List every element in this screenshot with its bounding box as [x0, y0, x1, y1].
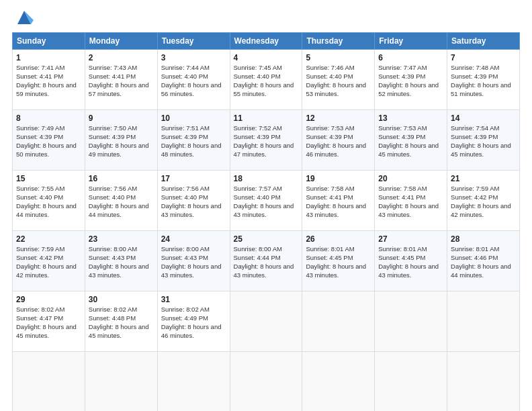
day-info: Sunrise: 7:44 AMSunset: 4:40 PMDaylight:…: [161, 64, 222, 97]
day-number: 12: [306, 113, 371, 124]
day-number: 21: [451, 173, 516, 184]
day-cell: 28Sunrise: 8:01 AMSunset: 4:46 PMDayligh…: [447, 231, 520, 291]
page: SundayMondayTuesdayWednesdayThursdayFrid…: [0, 0, 532, 411]
day-info: Sunrise: 7:46 AMSunset: 4:40 PMDaylight:…: [306, 64, 366, 97]
day-number: 4: [234, 52, 299, 63]
day-number: 26: [306, 234, 371, 244]
day-cell: 20Sunrise: 7:58 AMSunset: 4:41 PMDayligh…: [375, 171, 447, 231]
day-number: 5: [306, 52, 371, 63]
day-number: 18: [234, 173, 299, 184]
day-info: Sunrise: 8:00 AMSunset: 4:44 PMDaylight:…: [234, 245, 294, 278]
day-cell: [375, 291, 447, 352]
day-info: Sunrise: 7:54 AMSunset: 4:39 PMDaylight:…: [451, 124, 511, 157]
day-info: Sunrise: 8:00 AMSunset: 4:43 PMDaylight:…: [161, 245, 222, 278]
col-header-wednesday: Wednesday: [230, 33, 302, 50]
day-number: 30: [89, 294, 154, 305]
day-number: 2: [89, 52, 154, 63]
day-cell: [302, 291, 375, 352]
col-header-monday: Monday: [85, 33, 157, 50]
day-cell: 2Sunrise: 7:43 AMSunset: 4:41 PMDaylight…: [85, 50, 157, 110]
day-cell: [447, 291, 520, 352]
col-header-friday: Friday: [375, 33, 447, 50]
day-number: 14: [451, 113, 516, 124]
day-number: 10: [161, 113, 226, 124]
day-info: Sunrise: 7:41 AMSunset: 4:41 PMDaylight:…: [16, 64, 77, 97]
day-cell: 15Sunrise: 7:55 AMSunset: 4:40 PMDayligh…: [13, 171, 85, 231]
week-row-2: 8Sunrise: 7:49 AMSunset: 4:39 PMDaylight…: [13, 110, 520, 171]
day-info: Sunrise: 7:59 AMSunset: 4:42 PMDaylight:…: [451, 185, 511, 218]
day-cell: 22Sunrise: 7:59 AMSunset: 4:42 PMDayligh…: [13, 231, 85, 291]
day-cell: [375, 352, 447, 412]
day-info: Sunrise: 8:02 AMSunset: 4:49 PMDaylight:…: [161, 306, 222, 338]
day-cell: 29Sunrise: 8:02 AMSunset: 4:47 PMDayligh…: [13, 291, 85, 352]
day-number: 15: [16, 173, 81, 184]
day-cell: 4Sunrise: 7:45 AMSunset: 4:40 PMDaylight…: [230, 50, 302, 110]
day-info: Sunrise: 7:57 AMSunset: 4:40 PMDaylight:…: [234, 185, 294, 218]
calendar-table: SundayMondayTuesdayWednesdayThursdayFrid…: [12, 32, 520, 411]
day-cell: 18Sunrise: 7:57 AMSunset: 4:40 PMDayligh…: [230, 171, 302, 231]
day-info: Sunrise: 7:56 AMSunset: 4:40 PMDaylight:…: [161, 185, 222, 218]
day-info: Sunrise: 7:58 AMSunset: 4:41 PMDaylight:…: [378, 185, 439, 218]
day-number: 11: [234, 113, 299, 124]
day-number: 16: [89, 173, 154, 184]
day-cell: 1Sunrise: 7:41 AMSunset: 4:41 PMDaylight…: [13, 50, 85, 110]
day-cell: 14Sunrise: 7:54 AMSunset: 4:39 PMDayligh…: [447, 110, 520, 171]
day-cell: [230, 352, 302, 412]
day-number: 9: [89, 113, 154, 124]
day-info: Sunrise: 8:02 AMSunset: 4:47 PMDaylight:…: [16, 306, 77, 338]
day-cell: 27Sunrise: 8:01 AMSunset: 4:45 PMDayligh…: [375, 231, 447, 291]
day-cell: 30Sunrise: 8:02 AMSunset: 4:48 PMDayligh…: [85, 291, 157, 352]
day-info: Sunrise: 7:50 AMSunset: 4:39 PMDaylight:…: [89, 124, 149, 157]
day-number: 22: [16, 234, 81, 244]
day-cell: 7Sunrise: 7:48 AMSunset: 4:39 PMDaylight…: [447, 50, 520, 110]
day-cell: 31Sunrise: 8:02 AMSunset: 4:49 PMDayligh…: [157, 291, 230, 352]
day-number: 29: [16, 294, 81, 305]
day-cell: [13, 352, 85, 412]
day-cell: 24Sunrise: 8:00 AMSunset: 4:43 PMDayligh…: [157, 231, 230, 291]
day-info: Sunrise: 7:53 AMSunset: 4:39 PMDaylight:…: [378, 124, 439, 157]
day-number: 1: [16, 52, 81, 63]
day-number: 17: [161, 173, 226, 184]
logo: [12, 11, 34, 27]
day-cell: [230, 291, 302, 352]
day-info: Sunrise: 7:51 AMSunset: 4:39 PMDaylight:…: [161, 124, 222, 157]
day-cell: 6Sunrise: 7:47 AMSunset: 4:39 PMDaylight…: [375, 50, 447, 110]
day-info: Sunrise: 8:00 AMSunset: 4:43 PMDaylight:…: [89, 245, 149, 278]
day-number: 8: [16, 113, 81, 124]
day-cell: 12Sunrise: 7:53 AMSunset: 4:39 PMDayligh…: [302, 110, 375, 171]
day-number: 24: [161, 234, 226, 244]
day-cell: [85, 352, 157, 412]
day-number: 13: [378, 113, 443, 124]
day-info: Sunrise: 7:43 AMSunset: 4:41 PMDaylight:…: [89, 64, 149, 97]
day-info: Sunrise: 7:47 AMSunset: 4:39 PMDaylight:…: [378, 64, 439, 97]
day-info: Sunrise: 7:49 AMSunset: 4:39 PMDaylight:…: [16, 124, 77, 157]
day-number: 31: [161, 294, 226, 305]
col-header-tuesday: Tuesday: [157, 33, 230, 50]
calendar-header-row: SundayMondayTuesdayWednesdayThursdayFrid…: [13, 33, 520, 50]
week-row-5: 29Sunrise: 8:02 AMSunset: 4:47 PMDayligh…: [13, 291, 520, 352]
day-info: Sunrise: 7:55 AMSunset: 4:40 PMDaylight:…: [16, 185, 77, 218]
day-number: 27: [378, 234, 443, 244]
col-header-sunday: Sunday: [13, 33, 85, 50]
day-info: Sunrise: 7:53 AMSunset: 4:39 PMDaylight:…: [306, 124, 366, 157]
day-cell: 10Sunrise: 7:51 AMSunset: 4:39 PMDayligh…: [157, 110, 230, 171]
day-number: 28: [451, 234, 516, 244]
day-number: 6: [378, 52, 443, 63]
day-cell: [447, 352, 520, 412]
day-cell: 8Sunrise: 7:49 AMSunset: 4:39 PMDaylight…: [13, 110, 85, 171]
col-header-thursday: Thursday: [302, 33, 375, 50]
day-info: Sunrise: 7:52 AMSunset: 4:39 PMDaylight:…: [234, 124, 294, 157]
day-cell: 5Sunrise: 7:46 AMSunset: 4:40 PMDaylight…: [302, 50, 375, 110]
day-number: 19: [306, 173, 371, 184]
day-cell: [302, 352, 375, 412]
day-cell: 23Sunrise: 8:00 AMSunset: 4:43 PMDayligh…: [85, 231, 157, 291]
day-info: Sunrise: 8:01 AMSunset: 4:45 PMDaylight:…: [378, 245, 439, 278]
day-info: Sunrise: 7:56 AMSunset: 4:40 PMDaylight:…: [89, 185, 149, 218]
week-row-1: 1Sunrise: 7:41 AMSunset: 4:41 PMDaylight…: [13, 50, 520, 110]
day-info: Sunrise: 8:01 AMSunset: 4:45 PMDaylight:…: [306, 245, 366, 278]
week-row-3: 15Sunrise: 7:55 AMSunset: 4:40 PMDayligh…: [13, 171, 520, 231]
day-info: Sunrise: 7:48 AMSunset: 4:39 PMDaylight:…: [451, 64, 511, 97]
logo-icon: [15, 8, 34, 27]
day-cell: [157, 352, 230, 412]
day-number: 25: [234, 234, 299, 244]
